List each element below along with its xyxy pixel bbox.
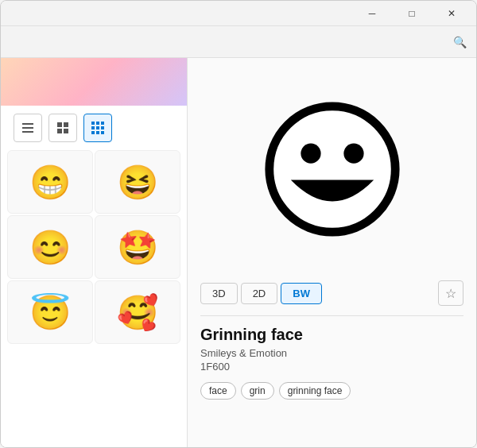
emoji-category: Smileys & Emotion (200, 347, 463, 359)
tab-2d[interactable]: 2D (241, 283, 278, 304)
svg-rect-3 (57, 122, 62, 127)
svg-rect-11 (96, 126, 99, 129)
emoji-code: 1F600 (200, 361, 463, 373)
grid3-view-icon (91, 122, 104, 134)
svg-rect-13 (91, 131, 95, 134)
svg-rect-2 (22, 131, 33, 133)
svg-rect-6 (64, 129, 68, 133)
svg-rect-0 (22, 123, 33, 125)
favorite-button[interactable]: ☆ (438, 280, 463, 306)
style-tabs: 3D 2D BW ☆ (188, 280, 476, 306)
search-icon-wrap[interactable]: 🔍 (453, 36, 467, 48)
list-item[interactable]: 😊 (7, 215, 93, 279)
svg-rect-1 (22, 127, 33, 129)
svg-rect-12 (101, 126, 104, 129)
svg-rect-7 (91, 122, 95, 125)
list-item[interactable]: 😁 (7, 150, 93, 214)
svg-rect-9 (101, 122, 104, 125)
tab-3d[interactable]: 3D (200, 283, 238, 304)
svg-rect-5 (57, 129, 62, 133)
tab-bw[interactable]: BW (281, 283, 322, 304)
search-icon: 🔍 (453, 36, 467, 48)
star-icon: ☆ (445, 286, 456, 301)
grid2-view-icon (56, 122, 69, 134)
svg-rect-14 (96, 131, 99, 134)
tag-grinning-face[interactable]: grinning face (279, 382, 351, 400)
svg-rect-8 (96, 122, 99, 125)
svg-point-16 (269, 106, 394, 232)
toggle-list-view[interactable] (14, 114, 42, 142)
titlebar: ─ □ ✕ (1, 1, 476, 26)
search-bar: 🔍 (1, 26, 476, 58)
left-banner (1, 58, 187, 106)
divider (200, 315, 463, 316)
left-panel: 😁 😆 😊 🤩 😇 🥰 (1, 58, 188, 448)
maximize-button[interactable]: □ (394, 1, 430, 26)
emoji-grid: 😁 😆 😊 🤩 😇 🥰 (1, 150, 187, 350)
close-button[interactable]: ✕ (433, 1, 470, 26)
right-panel: 3D 2D BW ☆ Grinning face Smileys & Emoti… (188, 58, 476, 448)
svg-rect-15 (101, 131, 104, 134)
svg-point-17 (301, 144, 320, 164)
list-item[interactable]: 🥰 (95, 280, 180, 344)
emoji-tags: face grin grinning face (200, 382, 463, 400)
emoji-bw-preview (261, 98, 404, 241)
svg-rect-10 (91, 126, 95, 129)
emoji-preview-area (188, 58, 476, 280)
list-view-icon (21, 122, 34, 134)
tag-grin[interactable]: grin (241, 382, 274, 400)
svg-rect-4 (64, 122, 68, 127)
minimize-button[interactable]: ─ (354, 1, 390, 26)
emoji-title: Grinning face (200, 326, 463, 344)
list-item[interactable]: 😇 (7, 280, 93, 344)
emoji-info: Grinning face Smileys & Emotion 1F600 fa… (188, 326, 476, 400)
list-item[interactable]: 🤩 (95, 215, 180, 279)
main-layout: 😁 😆 😊 🤩 😇 🥰 3D (1, 58, 476, 448)
view-toggle (1, 106, 187, 150)
toggle-grid2-view[interactable] (48, 114, 77, 142)
svg-point-18 (343, 144, 363, 164)
list-item[interactable]: 😆 (95, 150, 180, 214)
style-tab-group: 3D 2D BW (200, 283, 322, 304)
toggle-grid3-view[interactable] (83, 114, 112, 142)
tag-face[interactable]: face (200, 382, 236, 400)
